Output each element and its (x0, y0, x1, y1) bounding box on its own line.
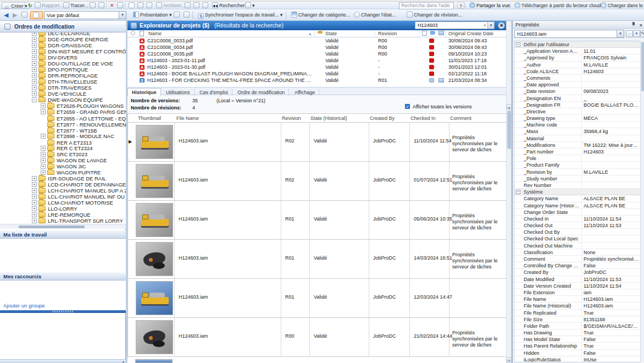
property-row[interactable]: Created By JobProDC (514, 269, 640, 276)
show-all-versions-checkbox[interactable]: ✓ (405, 104, 410, 109)
property-row[interactable]: _Date revision 09/08/2023 (514, 88, 640, 95)
create-button[interactable]: ▭Créer ▾ (2, 2, 30, 9)
column-revision[interactable]: Revision (378, 31, 397, 36)
expand-icon[interactable]: + (32, 49, 37, 54)
property-value[interactable]: 11/10/2024 11:54 (584, 283, 639, 289)
back-button[interactable]: ◀ (2, 11, 10, 19)
version-thumbnail[interactable] (136, 320, 173, 354)
sort-ascending-icon[interactable]: ▴ (309, 31, 312, 36)
collapse-icon[interactable] (516, 351, 520, 355)
property-value[interactable]: 09/08/2023 (584, 88, 639, 95)
help-search-input[interactable]: Recherche dans l'aide (399, 2, 454, 9)
history-row[interactable]: H124603.iam R01 Validé JobProDC 05/06/20… (128, 201, 506, 240)
expand-icon[interactable]: − (32, 97, 37, 102)
property-value[interactable]: True (584, 329, 639, 336)
expand-icon[interactable]: + (41, 146, 46, 151)
col-file-name[interactable]: File Name (176, 116, 199, 121)
collapse-icon[interactable] (516, 331, 520, 335)
collapse-icon[interactable] (516, 136, 520, 141)
share-view-button[interactable]: Partager la vue (468, 2, 512, 9)
collapse-icon[interactable] (516, 89, 520, 94)
property-row[interactable]: _Application Version ALSACE 11.01 (514, 48, 640, 54)
expand-icon[interactable]: + (41, 103, 46, 108)
property-value[interactable]: True (584, 310, 639, 316)
property-row[interactable]: _Date approved (514, 81, 640, 88)
customize-icon[interactable]: ▾ (123, 360, 124, 363)
property-value[interactable]: 35968,4 kg (584, 128, 639, 135)
record-selector-icon[interactable] (131, 31, 135, 35)
history-row[interactable]: H124603.iam R02 Validé JobProDC 01/07/20… (128, 162, 506, 201)
undo-checkout-button[interactable] (201, 2, 211, 9)
expand-icon[interactable]: + (32, 200, 37, 205)
presentation-button[interactable]: Présentation ▾ (131, 11, 174, 19)
collapse-icon[interactable] (516, 297, 520, 301)
property-row[interactable]: _Study number (514, 175, 640, 182)
help-button[interactable]: ? (457, 2, 464, 9)
collapse-icon[interactable] (516, 257, 520, 261)
property-value[interactable]: M.LAVILLE (584, 169, 639, 175)
close-icon[interactable]: × (640, 21, 642, 29)
expand-icon[interactable]: + (41, 109, 46, 114)
property-value[interactable]: 11/10/2024 11:53 (584, 222, 639, 229)
collapse-icon[interactable] (516, 69, 520, 74)
column-state[interactable]: State (325, 31, 337, 36)
history-vertical-scrollbar[interactable]: ▲ ▼ (506, 21, 511, 363)
collapse-icon[interactable] (516, 204, 520, 208)
collapse-icon[interactable] (516, 290, 520, 295)
property-row[interactable]: Change Order State (514, 209, 640, 216)
file-row[interactable]: C21C0008_0034.pdf Validé R00 30/08/2024 … (127, 44, 506, 51)
property-value[interactable]: JobProDC (584, 269, 639, 276)
version-thumbnail[interactable] (136, 125, 173, 159)
property-value[interactable]: H124603.iam (584, 302, 639, 309)
property-row[interactable]: _Approved by FRANÇOIS Sylvain (514, 54, 640, 61)
property-value[interactable]: M.LAVILLE (584, 62, 639, 68)
property-value[interactable]: TM 16222: Mise à jour de la no... (584, 142, 639, 148)
collapse-icon[interactable] (516, 177, 520, 181)
property-row[interactable]: File Replicated True (514, 310, 640, 316)
file-row[interactable]: C21C0008_0035.pdf Validé R00 09/10/2024 … (127, 51, 506, 57)
worklist-area[interactable] (0, 239, 126, 272)
property-row[interactable]: Checked Out Local Spec (514, 235, 640, 242)
col-comment[interactable]: Comment (450, 116, 471, 121)
collapse-icon[interactable] (516, 263, 520, 268)
expand-icon[interactable]: + (32, 79, 37, 84)
collapse-icon[interactable] (516, 116, 520, 120)
collapse-icon[interactable] (516, 277, 520, 282)
expand-icon[interactable]: + (41, 134, 46, 139)
history-row[interactable]: H124603.iam R01 Validé JobProDC 12/03/20… (128, 279, 506, 318)
tree-item[interactable]: +LRE-REMORQUE (0, 212, 126, 218)
report-button[interactable]: Rapport... (33, 2, 65, 9)
tree-item[interactable]: +DGR-GRAISSAGE (0, 42, 126, 48)
file-row[interactable]: C21C0008_0033.pdf Validé R00 30/08/2024 … (127, 37, 506, 44)
property-row[interactable]: Date Version Created 11/10/2024 11:54 (514, 283, 640, 289)
property-value[interactable]: 11.01 (584, 48, 639, 54)
plot-button[interactable]: Tracer... (62, 2, 90, 9)
tree-horizontal-scrollbar[interactable] (0, 224, 126, 229)
property-value[interactable]: H124603.iam (584, 296, 639, 302)
scroll-up-icon[interactable]: ▲ (507, 105, 512, 109)
file-row[interactable]: H124603 - 2023-01-11.pdf Validé - 11/01/… (127, 57, 506, 64)
sync-workspace-button[interactable]: ⇅Synchroniser l'espace de travail... ▾ (196, 11, 285, 19)
property-value[interactable]: 11/10/2024 11:54 (584, 216, 639, 222)
expand-icon[interactable]: + (32, 55, 37, 60)
history-row[interactable]: H124603.iam R01 Validé JobProDC 14/03/20… (128, 240, 506, 279)
file-combobox[interactable]: H124603.iam▾ (514, 30, 624, 38)
collapse-icon[interactable] (516, 123, 520, 127)
tree-item[interactable]: +DPO-PORTIQUE (0, 67, 126, 73)
col-checked-in[interactable]: Checked In (410, 116, 436, 121)
property-value[interactable]: True (584, 343, 639, 349)
property-row[interactable]: File Name H124603.iam (514, 296, 640, 302)
column-created[interactable]: Original Create Date (448, 31, 493, 36)
expand-icon[interactable]: + (32, 188, 37, 193)
property-row[interactable]: Rev Number (514, 182, 640, 189)
tree-item[interactable]: +DVE-VEHICULE (0, 91, 126, 97)
tree-item[interactable]: +DPR-REPROFILAGE (0, 73, 126, 79)
collapse-icon[interactable] (516, 190, 520, 194)
tree-item[interactable]: +WAGON DE LAVAGE (0, 157, 126, 163)
delete-button[interactable]: ✕ (108, 2, 116, 9)
expand-icon[interactable]: + (41, 164, 46, 169)
forward-button[interactable]: ▶ (10, 11, 19, 19)
version-thumbnail[interactable] (136, 203, 173, 237)
expand-icon[interactable]: + (32, 67, 37, 72)
property-row[interactable]: Défini par l'utilisateur (514, 41, 640, 48)
